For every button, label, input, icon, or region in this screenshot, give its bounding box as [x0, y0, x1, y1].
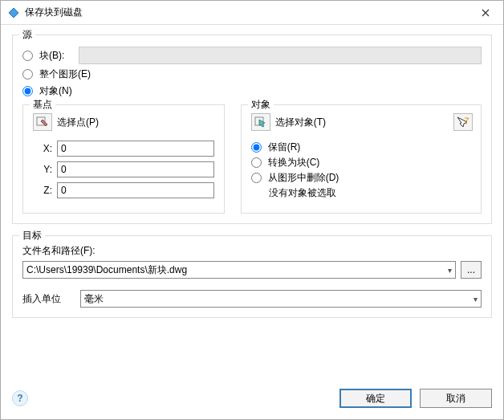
select-objects-icon: [254, 116, 267, 128]
source-group-label: 源: [19, 28, 35, 42]
path-combo[interactable]: C:\Users\19939\Documents\新块.dwg ▾: [22, 261, 456, 279]
radio-row-delete[interactable]: 从图形中删除(D): [251, 171, 471, 185]
close-button[interactable]: [468, 1, 503, 24]
basepoint-group: 基点 选择点(P) X: Y:: [22, 104, 225, 214]
dialog-window: 保存块到磁盘 源 块(B): 整个图形(E) 对象(N): [0, 0, 504, 420]
radio-convert-label: 转换为块(C): [268, 156, 320, 169]
browse-label: ...: [467, 264, 475, 275]
objects-group-label: 对象: [248, 98, 274, 112]
units-label: 插入单位: [22, 292, 61, 306]
cancel-label: 取消: [446, 392, 465, 406]
browse-button[interactable]: ...: [461, 261, 482, 279]
target-group: 目标 文件名和路径(F): C:\Users\19939\Documents\新…: [12, 235, 492, 318]
select-objects-label: 选择对象(T): [275, 116, 326, 129]
radio-retain[interactable]: [251, 142, 262, 153]
content-area: 源 块(B): 整个图形(E) 对象(N) 基点: [1, 25, 503, 387]
pick-point-button[interactable]: [33, 113, 52, 131]
radio-delete[interactable]: [251, 173, 262, 183]
x-input[interactable]: [57, 141, 214, 157]
window-title: 保存块到磁盘: [25, 6, 468, 19]
titlebar: 保存块到磁盘: [1, 1, 503, 25]
close-icon: [482, 9, 490, 17]
path-value: C:\Users\19939\Documents\新块.dwg: [26, 263, 448, 277]
radio-whole-label: 整个图形(E): [39, 67, 91, 81]
source-group: 源 块(B): 整个图形(E) 对象(N) 基点: [12, 35, 492, 224]
target-group-label: 目标: [19, 229, 45, 243]
radio-row-convert[interactable]: 转换为块(C): [251, 156, 471, 169]
radio-block[interactable]: [22, 51, 33, 61]
select-objects-button[interactable]: [251, 113, 270, 131]
radio-row-block[interactable]: 块(B):: [22, 47, 482, 64]
basepoint-group-label: 基点: [30, 98, 55, 112]
ok-label: 确定: [366, 392, 385, 406]
y-input[interactable]: [57, 161, 214, 177]
objects-group: 对象 选择对象(T) 保留(R): [241, 104, 482, 214]
radio-objects-label: 对象(N): [39, 84, 72, 98]
quick-select-button[interactable]: [453, 113, 473, 131]
radio-retain-label: 保留(R): [268, 141, 301, 154]
pick-point-icon: [36, 116, 49, 128]
radio-whole[interactable]: [22, 69, 33, 80]
cursor-filter-icon: [457, 116, 469, 128]
chevron-down-icon: ▾: [474, 295, 478, 304]
cancel-button[interactable]: 取消: [420, 389, 492, 408]
radio-row-objects[interactable]: 对象(N): [22, 84, 482, 98]
radio-row-whole[interactable]: 整个图形(E): [22, 67, 482, 81]
footer: ? 确定 取消: [1, 387, 503, 419]
units-value: 毫米: [84, 292, 474, 306]
radio-delete-label: 从图形中删除(D): [268, 171, 339, 185]
z-label: Z:: [33, 185, 52, 196]
no-objects-message: 没有对象被选取: [269, 186, 471, 200]
path-label: 文件名和路径(F):: [22, 244, 482, 258]
radio-block-label: 块(B):: [39, 49, 64, 63]
radio-objects[interactable]: [22, 86, 33, 96]
radio-row-retain[interactable]: 保留(R): [251, 141, 471, 154]
help-icon: ?: [17, 393, 22, 404]
chevron-down-icon: ▾: [448, 266, 452, 275]
pick-point-label: 选择点(P): [57, 116, 99, 129]
y-label: Y:: [33, 164, 52, 175]
radio-convert[interactable]: [251, 157, 262, 168]
block-name-combo[interactable]: [79, 47, 482, 64]
app-icon: [7, 6, 20, 19]
ok-button[interactable]: 确定: [339, 389, 412, 408]
units-combo[interactable]: 毫米 ▾: [80, 290, 482, 308]
help-button[interactable]: ?: [12, 390, 28, 406]
x-label: X:: [33, 143, 52, 154]
z-input[interactable]: [57, 182, 214, 198]
